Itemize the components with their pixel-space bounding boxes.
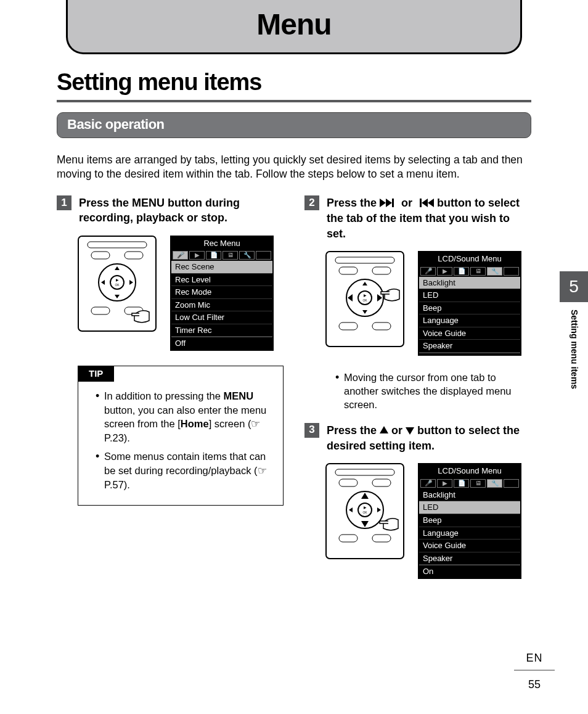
device-svg: ▶ OK xyxy=(325,463,404,559)
menu-button-label: MENU xyxy=(132,197,165,209)
step-2: 2 Press the or button to select the tab … xyxy=(304,195,531,241)
svg-marker-14 xyxy=(380,199,386,207)
title-rule xyxy=(57,100,531,102)
svg-marker-34 xyxy=(380,426,388,433)
step-1-illustration: ▶ OK xyxy=(78,236,284,351)
lcd-sound-menu-1: LCD/Sound Menu🎤▶📄🖥🔧BacklightLEDBeepLangu… xyxy=(418,251,521,356)
tip-item-1: In addition to pressing the MENU button,… xyxy=(96,389,272,445)
step-number: 1 xyxy=(57,195,71,210)
svg-rect-16 xyxy=(392,199,394,207)
step-number: 2 xyxy=(304,195,319,210)
step-text: Press the or button to select the desire… xyxy=(327,423,531,454)
svg-text:▶: ▶ xyxy=(116,278,119,282)
chapter-tab: Menu xyxy=(66,0,522,54)
device-diagram-updown: ▶ OK xyxy=(325,463,404,559)
step-3-mid: or xyxy=(388,424,406,437)
footer-rule xyxy=(514,670,555,671)
note-item: Moving the cursor from one tab to anothe… xyxy=(335,371,531,412)
device-diagram-menu: ▶ OK xyxy=(78,236,157,332)
step-3: 3 Press the or button to select the desi… xyxy=(304,423,531,454)
language-code: EN xyxy=(514,650,555,665)
step-1: 1 Press the MENU button during recording… xyxy=(57,195,284,226)
side-chapter-number: 5 xyxy=(560,271,588,302)
two-column-layout: 1 Press the MENU button during recording… xyxy=(57,195,531,594)
step-number: 3 xyxy=(304,423,319,438)
reference-icon: ☞ xyxy=(258,465,267,477)
tip-label: TIP xyxy=(78,366,114,382)
device-svg: ▶ OK xyxy=(78,236,157,332)
svg-rect-17 xyxy=(420,199,422,207)
page-title: Setting menu items xyxy=(57,67,531,98)
tip-body: In addition to pressing the MENU button,… xyxy=(78,382,283,505)
svg-marker-15 xyxy=(386,199,392,207)
skip-forward-icon xyxy=(380,196,398,211)
step-3-illustration: ▶ OK xyxy=(325,463,531,578)
lcd-sound-menu-2: LCD/Sound Menu🎤▶📄🖥🔧BacklightLEDBeepLangu… xyxy=(418,463,521,578)
step-2-mid: or xyxy=(398,197,415,209)
device-diagram-tabs: ▶ OK xyxy=(325,251,404,347)
chapter-title: Menu xyxy=(68,5,520,45)
lcd-rec-menu: Rec Menu🎤▶📄🖥🔧Rec SceneRec LevelRec ModeZ… xyxy=(170,236,274,351)
svg-text:OK: OK xyxy=(362,298,367,302)
up-arrow-icon xyxy=(380,424,388,438)
page-content: Setting menu items Basic operation Menu … xyxy=(0,67,588,594)
skip-backward-icon xyxy=(415,196,434,211)
svg-text:OK: OK xyxy=(362,511,367,514)
right-column: 2 Press the or button to select the tab … xyxy=(304,195,531,594)
svg-marker-19 xyxy=(428,199,434,207)
svg-text:OK: OK xyxy=(115,283,120,287)
step-2-note: Moving the cursor from one tab to anothe… xyxy=(329,371,531,412)
down-arrow-icon xyxy=(406,424,414,438)
svg-marker-35 xyxy=(406,427,414,435)
step-text: Press the MENU button during recording, … xyxy=(79,195,284,226)
page-footer: EN 55 xyxy=(514,650,555,692)
step-2-illustration: ▶ OK xyxy=(325,251,531,356)
tip-box: TIP In addition to pressing the MENU but… xyxy=(78,366,284,506)
left-column: 1 Press the MENU button during recording… xyxy=(57,195,284,594)
side-tab: 5 Setting menu items xyxy=(560,271,588,389)
side-chapter-label: Setting menu items xyxy=(560,302,580,389)
step-text: Press the or button to select the tab of… xyxy=(327,195,531,241)
tip-item-2: Some menus contain items that can be set… xyxy=(96,449,272,491)
svg-text:▶: ▶ xyxy=(364,293,367,297)
step-1-pre: Press the xyxy=(79,197,132,209)
intro-paragraph: Menu items are arranged by tabs, letting… xyxy=(57,153,531,182)
device-svg: ▶ OK xyxy=(325,251,404,347)
section-subhead: Basic operation xyxy=(57,112,531,138)
page-number: 55 xyxy=(528,678,541,691)
step-3-pre: Press the xyxy=(327,424,380,437)
reference-icon: ☞ xyxy=(251,418,260,430)
svg-marker-18 xyxy=(422,199,428,207)
svg-text:▶: ▶ xyxy=(364,506,367,509)
step-2-pre: Press the xyxy=(327,197,380,209)
